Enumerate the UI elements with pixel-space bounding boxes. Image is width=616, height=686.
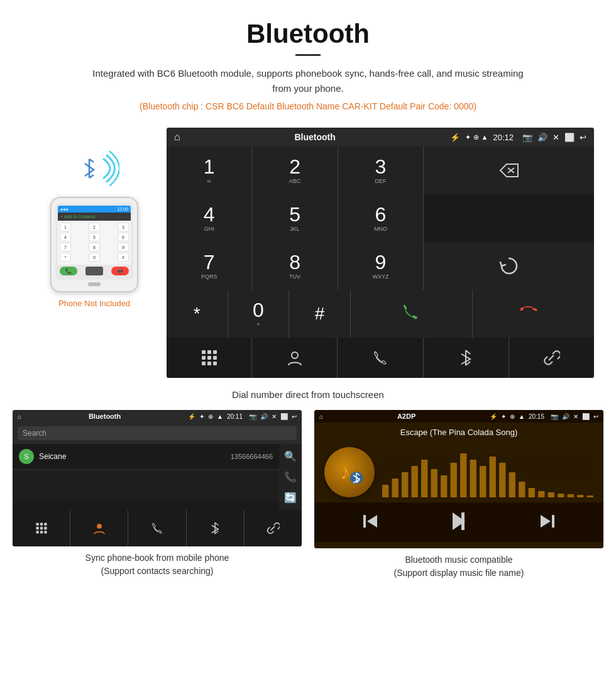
usb-icon: ⚡	[450, 133, 460, 142]
end-call-button[interactable]	[473, 290, 594, 338]
dialpad-row4: * 0 + #	[167, 290, 594, 338]
ms-usb-icon: ⚡	[490, 413, 497, 420]
svg-rect-26	[44, 531, 47, 533]
key-star[interactable]: *	[167, 290, 228, 338]
phone-icon-button[interactable]	[338, 338, 422, 378]
pb-screen-icon: ⬜	[280, 413, 288, 420]
svg-rect-12	[207, 362, 211, 365]
dialpad-icon-button[interactable]	[167, 338, 251, 378]
album-art: ♪	[324, 447, 375, 497]
bottom-section: ⌂ Bluetooth ⚡ ✦ ⊕ ▲ 20:11 📷 🔊 ✕ ⬜ ↩ Sear…	[13, 410, 603, 580]
svg-rect-63	[552, 515, 554, 528]
ms-back-icon: ↩	[593, 413, 598, 420]
pb-dialpad-btn[interactable]	[13, 510, 70, 546]
search-side-icon[interactable]: 🔍	[284, 450, 297, 462]
call-button[interactable]	[351, 290, 472, 338]
contacts-icon-button[interactable]	[252, 338, 337, 378]
key-8[interactable]: 8 TUV	[252, 242, 337, 290]
svg-rect-8	[202, 356, 206, 360]
contact-row[interactable]: S Seicane 13566664466	[13, 444, 279, 470]
svg-rect-36	[382, 485, 388, 497]
svg-rect-10	[213, 356, 217, 360]
svg-line-17	[466, 362, 470, 365]
backspace-button[interactable]	[424, 147, 594, 194]
prev-button[interactable]	[361, 512, 380, 533]
music-statusbar: ⌂ A2DP ⚡ ✦ ⊕ ▲ 20:15 📷 🔊 ✕ ⬜ ↩	[314, 410, 603, 423]
bluetooth-icon-button[interactable]	[424, 338, 509, 378]
back-icon: ↩	[580, 133, 586, 142]
svg-rect-18	[36, 523, 38, 525]
dialer-time: 20:12	[493, 133, 514, 142]
key-hash[interactable]: #	[289, 290, 350, 338]
pb-link-btn[interactable]	[245, 510, 302, 546]
link-icon-button[interactable]	[509, 338, 594, 378]
svg-rect-37	[392, 479, 399, 497]
pb-usb-icon: ⚡	[188, 413, 195, 420]
key-6[interactable]: 6 MNO	[338, 194, 423, 242]
contact-number: 13566664466	[231, 453, 273, 460]
pb-time: 20:11	[227, 413, 243, 420]
phone-mockup: ●●●12:00 +Add to Contacts 1 2 3 4 5	[50, 197, 138, 292]
key-0[interactable]: 0 +	[228, 290, 289, 338]
music-content: ♪	[314, 442, 603, 502]
bluetooth-signal-icon	[69, 147, 119, 191]
call-side-icon[interactable]: 📞	[284, 471, 297, 483]
svg-line-16	[466, 350, 470, 354]
ms-vol-icon: 🔊	[562, 413, 569, 420]
pb-home-icon: ⌂	[18, 413, 21, 420]
pb-title: Bluetooth	[25, 412, 184, 420]
song-title: Escape (The Pina Colada Song)	[314, 423, 603, 442]
svg-rect-57	[587, 495, 593, 497]
svg-rect-25	[40, 531, 42, 533]
pb-phone-btn[interactable]	[128, 510, 185, 546]
svg-rect-6	[207, 350, 211, 354]
pb-contacts-btn[interactable]	[70, 510, 128, 546]
svg-rect-5	[202, 350, 206, 354]
pb-vol-icon: 🔊	[260, 413, 268, 420]
phonebook-statusbar: ⌂ Bluetooth ⚡ ✦ ⊕ ▲ 20:11 📷 🔊 ✕ ⬜ ↩	[13, 410, 302, 423]
dialpad-row1: 1 ∞ 2 ABC 3 DEF	[167, 147, 594, 194]
svg-rect-20	[44, 523, 47, 525]
pb-bt-btn[interactable]	[187, 510, 244, 546]
svg-rect-47	[490, 456, 496, 497]
search-input[interactable]: Search	[18, 426, 297, 440]
main-caption: Dial number direct from touchscreen	[232, 389, 384, 400]
key-2[interactable]: 2 ABC	[252, 147, 337, 194]
key-9[interactable]: 9 WXYZ	[338, 242, 423, 290]
key-1[interactable]: 1 ∞	[167, 147, 251, 194]
svg-rect-61	[461, 512, 465, 530]
next-button[interactable]	[538, 512, 557, 533]
svg-line-29	[215, 523, 218, 526]
reload-button[interactable]	[424, 242, 594, 290]
key-7[interactable]: 7 PQRS	[167, 242, 251, 290]
key-4[interactable]: 4 GHI	[167, 194, 251, 242]
svg-rect-7	[213, 350, 217, 354]
svg-rect-45	[470, 460, 476, 497]
phone-not-included-label: Phone Not Included	[58, 299, 130, 308]
svg-rect-59	[363, 515, 366, 528]
svg-rect-39	[412, 466, 418, 497]
contact-name: Seicane	[39, 452, 231, 461]
screen-icon: ⬜	[564, 133, 575, 142]
key-3[interactable]: 3 DEF	[338, 147, 423, 194]
home-icon: ⌂	[174, 131, 180, 143]
dialer-statusbar: ⌂ Bluetooth ⚡ ✦ ⊕ ▲ 20:12 📷 🔊 ✕ ⬜ ↩	[167, 128, 594, 147]
music-screen-inner: Escape (The Pina Colada Song) ♪	[314, 423, 603, 548]
ms-title: A2DP	[327, 412, 486, 420]
key-5[interactable]: 5 JKL	[252, 194, 337, 242]
svg-rect-52	[538, 491, 544, 497]
bluetooth-info: (Bluetooth chip : CSR BC6 Default Blueto…	[13, 101, 603, 111]
pb-back-icon: ↩	[292, 413, 297, 420]
ms-bt-icon: ✦	[501, 413, 506, 420]
play-pause-button[interactable]	[448, 510, 470, 534]
reload-side-icon[interactable]: 🔄	[284, 492, 297, 504]
svg-rect-55	[568, 494, 574, 497]
page-title: Bluetooth	[13, 19, 603, 49]
ms-wifi-icon: ▲	[519, 413, 525, 420]
ms-home-icon: ⌂	[319, 413, 323, 420]
phonebook-list-container: S Seicane 13566664466 🔍 📞 🔄	[13, 444, 302, 510]
svg-rect-56	[577, 495, 583, 497]
dialer-title: Bluetooth	[185, 132, 445, 142]
svg-rect-9	[207, 356, 211, 360]
svg-text:♪: ♪	[340, 461, 350, 484]
